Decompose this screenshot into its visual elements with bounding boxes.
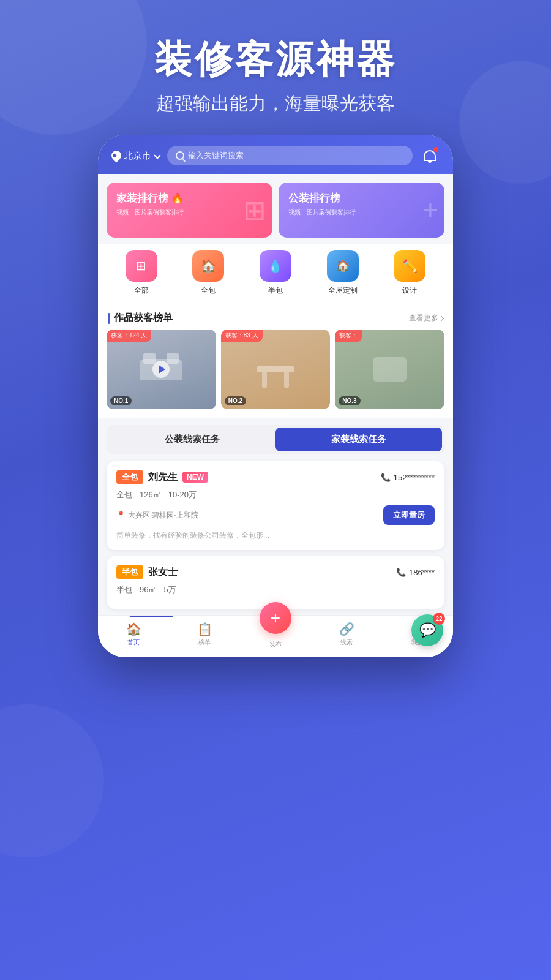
tab-switch: 公装线索任务 家装线索任务	[107, 425, 444, 454]
ranking-title: 作品获客榜单	[108, 312, 173, 325]
location-text: 北京市	[124, 150, 151, 162]
lead-1-name-row: 全包 刘先生 NEW	[116, 470, 208, 484]
banner-home-ranking[interactable]: 家装排行榜 🔥 视频、图片案例获客排行 ⊞	[107, 183, 272, 238]
ranking-card-3[interactable]: 获客： NO.3	[335, 330, 444, 409]
banner-2-sub: 视频、图片案例获客排行	[288, 208, 435, 217]
ranking-section-header: 作品获客榜单 查看更多	[98, 304, 453, 330]
category-custom[interactable]: 🏠 全屋定制	[327, 250, 359, 296]
ranking-card-2[interactable]: 获客：83 人 NO.2	[221, 330, 331, 409]
cat-label-banbao: 半包	[268, 285, 283, 296]
cat-label-custom: 全屋定制	[328, 285, 358, 296]
bg-decor-3	[0, 704, 104, 858]
leads-nav-icon: 🔗	[339, 622, 354, 636]
lead-1-desc: 简单装修，找有经验的装修公司装修，全包形...	[116, 530, 435, 541]
ranking-badge-2: 获客：83 人	[221, 330, 263, 342]
lead-2-detail-area: 96㎡	[140, 584, 156, 595]
main-title: 装修客源神器	[0, 34, 551, 85]
banner-commercial-ranking[interactable]: 公装排行榜 视频、图片案例获客排行 +	[279, 183, 444, 238]
location-pin-icon: 📍	[116, 511, 126, 519]
lead-1-location: 📍 大兴区·碧桂园·上和院	[116, 510, 198, 521]
chevron-down-icon	[154, 152, 160, 159]
lead-2-phone[interactable]: 📞 186****	[396, 568, 435, 577]
lead-2-name-row: 半包 张女士	[116, 565, 178, 579]
lead-2-header: 半包 张女士 📞 186****	[116, 565, 435, 579]
lead-detail-type: 全包	[116, 489, 132, 500]
ranking-badge-3: 获客：	[335, 330, 362, 342]
location-icon	[110, 149, 124, 163]
lead-1-details: 全包 126㎡ 10-20万	[116, 489, 435, 500]
chat-bubble-button[interactable]: 💬 22	[411, 614, 443, 646]
table-shape-icon	[257, 366, 294, 372]
lead-2-detail-type: 半包	[116, 584, 132, 595]
lead-detail-area: 126㎡	[140, 489, 161, 500]
sub-title: 超强输出能力，海量曝光获客	[0, 91, 551, 116]
notification-button[interactable]	[420, 146, 440, 165]
cat-icon-quanbao: 🏠	[192, 250, 224, 282]
ranking-image-row: 获客：124 人 NO.1 获客：83 人 NO.2	[98, 330, 453, 418]
banner-2-deco: +	[422, 194, 438, 226]
nav-publish-label: 发布	[269, 640, 282, 649]
play-button-1[interactable]	[152, 361, 170, 378]
nav-leads[interactable]: 🔗 线索	[311, 622, 382, 649]
search-placeholder: 输入关键词搜索	[188, 150, 244, 161]
banner-1-title: 家装排行榜 🔥	[116, 191, 263, 205]
plus-icon: +	[271, 608, 280, 628]
nav-leads-label: 线索	[340, 638, 353, 647]
lead-2-type-badge: 半包	[116, 565, 143, 579]
ranking-no-1: NO.1	[110, 396, 132, 405]
ranking-badge-1: 获客：124 人	[107, 330, 151, 342]
search-bar[interactable]: 输入关键词搜索	[167, 146, 413, 165]
category-all[interactable]: ⊞ 全部	[126, 250, 157, 296]
play-triangle-icon	[159, 365, 165, 374]
bell-icon	[424, 150, 436, 161]
lead-2-details: 半包 96㎡ 5万	[116, 584, 435, 595]
category-row: ⊞ 全部 🏠 全包 💧 半包	[98, 244, 453, 304]
home-nav-icon: 🏠	[126, 622, 141, 636]
lead-detail-budget: 10-20万	[168, 489, 197, 500]
fab-publish-button[interactable]: +	[260, 602, 291, 634]
lead-card-1: 全包 刘先生 NEW 📞 152********* 全包 126㎡ 10-20万	[107, 461, 444, 550]
lead-1-location-row: 📍 大兴区·碧桂园·上和院 立即量房	[116, 505, 435, 525]
cat-label-quanbao: 全包	[201, 285, 216, 296]
notification-dot	[433, 147, 438, 152]
cat-label-all: 全部	[134, 285, 149, 296]
header-section: 装修客源神器 超强输出能力，海量曝光获客	[0, 0, 551, 116]
ranking-card-1[interactable]: 获客：124 人 NO.1	[107, 330, 216, 409]
category-quanbao[interactable]: 🏠 全包	[192, 250, 224, 296]
lead-1-type-badge: 全包	[116, 470, 143, 484]
fire-icon: 🔥	[171, 192, 184, 204]
tab-home[interactable]: 家装线索任务	[276, 428, 442, 451]
lead-2-detail-budget: 5万	[163, 584, 176, 595]
nav-ranking-label: 榜单	[198, 638, 211, 647]
cat-label-design: 设计	[402, 285, 417, 296]
category-banbao[interactable]: 💧 半包	[260, 250, 291, 296]
lead-2-name: 张女士	[148, 566, 178, 579]
phone-content: 家装排行榜 🔥 视频、图片案例获客排行 ⊞ 公装排行榜 视频、图片案例获客排行 …	[98, 174, 453, 657]
banner-2-title: 公装排行榜	[288, 191, 435, 205]
ranking-nav-icon: 📋	[197, 622, 212, 636]
art-shape-icon	[373, 357, 407, 382]
cat-icon-banbao: 💧	[260, 250, 291, 282]
category-design[interactable]: ✏️ 设计	[394, 250, 425, 296]
nav-ranking[interactable]: 📋 榜单	[169, 622, 240, 649]
new-badge: NEW	[182, 472, 208, 483]
chat-icon: 💬	[419, 622, 436, 638]
phone-mockup: 北京市 输入关键词搜索 家装排行榜 🔥 视频、图	[98, 135, 453, 657]
phone-container: 北京市 输入关键词搜索 家装排行榜 🔥 视频、图	[0, 135, 551, 657]
location-button[interactable]: 北京市	[111, 150, 160, 162]
see-more-chevron-icon	[439, 315, 444, 320]
nav-publish[interactable]: + 发布	[240, 622, 311, 649]
nav-home[interactable]: 🏠 首页	[98, 622, 169, 649]
ranking-no-3: NO.3	[339, 396, 360, 405]
tab-commercial[interactable]: 公装线索任务	[109, 428, 276, 451]
banner-1-sub: 视频、图片案例获客排行	[116, 208, 263, 217]
lead-1-name: 刘先生	[148, 471, 178, 484]
ranking-no-2: NO.2	[225, 396, 246, 405]
cat-icon-all: ⊞	[126, 250, 157, 282]
lead-1-header: 全包 刘先生 NEW 📞 152*********	[116, 470, 435, 484]
measure-button[interactable]: 立即量房	[383, 505, 435, 525]
nav-active-indicator	[130, 616, 173, 617]
lead-1-phone[interactable]: 📞 152*********	[381, 473, 435, 482]
search-icon	[176, 151, 184, 160]
see-more-button[interactable]: 查看更多	[409, 313, 443, 323]
